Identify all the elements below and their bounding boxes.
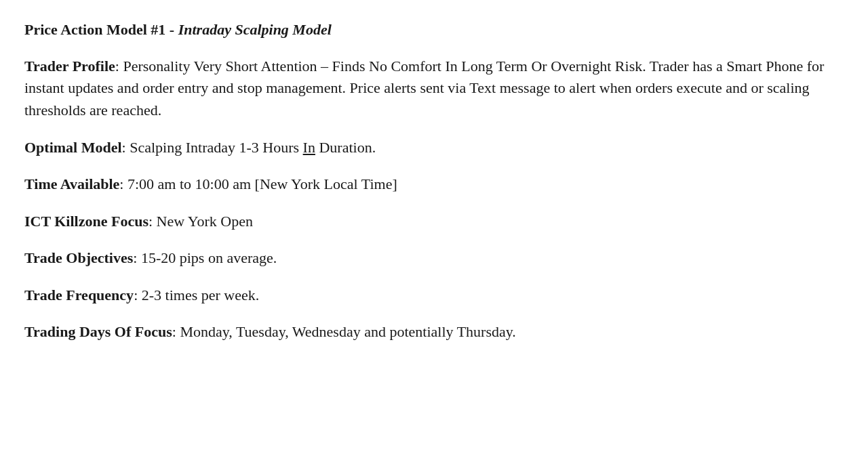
trader-profile-label: Trader Profile — [24, 58, 115, 75]
section-ict-killzone: ICT Killzone Focus: New York Open — [24, 211, 844, 233]
trading-days-label: Trading Days Of Focus — [24, 323, 172, 340]
section-optimal-model: Optimal Model: Scalping Intraday 1-3 Hou… — [24, 137, 844, 159]
section-trader-profile: Trader Profile: Personality Very Short A… — [24, 56, 844, 122]
ict-killzone-label: ICT Killzone Focus — [24, 213, 149, 230]
optimal-model-label: Optimal Model — [24, 139, 122, 156]
trade-objectives-label: Trade Objectives — [24, 249, 133, 266]
underline-in: In — [303, 139, 315, 156]
trade-frequency-label: Trade Frequency — [24, 287, 134, 303]
section-trading-days: Trading Days Of Focus: Monday, Tuesday, … — [24, 321, 844, 343]
page-title: Price Action Model #1 - Intraday Scalpin… — [24, 19, 844, 41]
time-available-label: Time Available — [24, 175, 119, 192]
title-italic: Intraday Scalping Model — [178, 21, 332, 38]
title-prefix: Price Action Model #1 - — [24, 21, 178, 38]
section-trade-objectives: Trade Objectives: 15-20 pips on average. — [24, 247, 844, 270]
section-trade-frequency: Trade Frequency: 2-3 times per week. — [24, 285, 844, 307]
section-time-available: Time Available: 7:00 am to 10:00 am [New… — [24, 173, 844, 196]
